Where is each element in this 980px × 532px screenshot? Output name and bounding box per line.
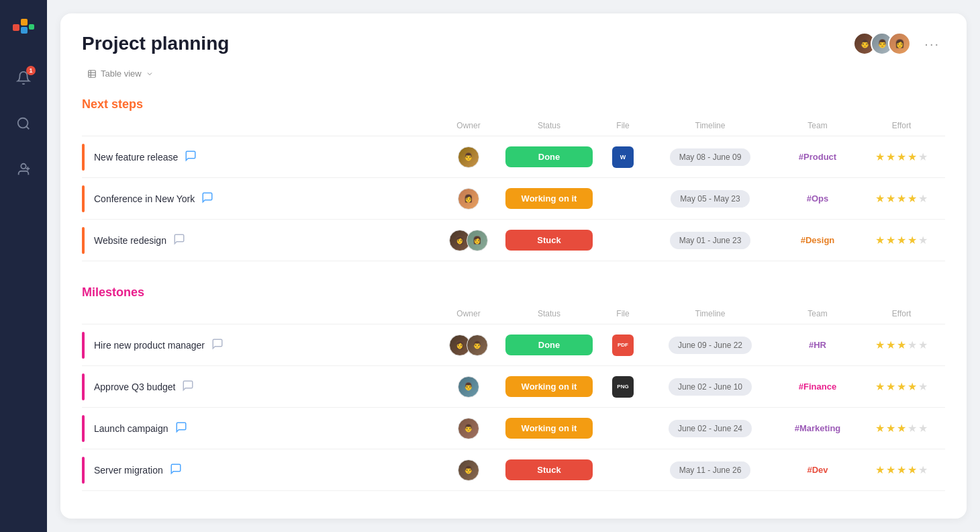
owner-cell: 👨: [442, 376, 495, 398]
team-cell: #Finance: [777, 382, 858, 392]
star: ★: [897, 422, 906, 435]
table-row: Server migration 👨 Stuck May 11 - June 2…: [82, 449, 945, 491]
effort-cell: ★★★★★: [858, 339, 945, 351]
star: ★: [908, 234, 917, 247]
star: ★: [875, 234, 885, 247]
svg-rect-1: [21, 19, 28, 26]
comment-icon[interactable]: [173, 233, 185, 248]
star: ★: [886, 150, 895, 163]
task-name-cell: Launch campaign: [82, 415, 442, 442]
owner-cell: 👨: [442, 459, 495, 481]
comment-icon[interactable]: [185, 150, 197, 165]
star: ★: [908, 463, 917, 476]
task-name: Launch campaign: [94, 423, 168, 434]
owner-cell: 👩: [442, 188, 495, 210]
task-border: [82, 144, 85, 171]
star-empty: ★: [918, 380, 928, 393]
comment-icon[interactable]: [211, 338, 224, 353]
page-title: Project planning: [82, 33, 229, 54]
timeline-cell: June 02 - June 10: [643, 378, 777, 396]
table-row: Launch campaign 👨 Working on it June 02 …: [82, 408, 945, 449]
comment-icon[interactable]: [201, 191, 213, 206]
star: ★: [897, 192, 906, 205]
sidebar-item-users[interactable]: [10, 156, 37, 183]
table-row: Approve Q3 budget 👨 Working on it PNG Ju…: [82, 366, 945, 408]
star-empty: ★: [918, 422, 928, 435]
task-border: [82, 415, 85, 442]
timeline-cell: May 11 - June 26: [643, 461, 777, 479]
task-border: [82, 457, 85, 484]
svg-line-5: [26, 126, 29, 129]
file-icon[interactable]: PNG: [612, 376, 634, 398]
section-title-milestones: Milestones: [82, 285, 945, 300]
table-view-icon: [87, 69, 97, 79]
owner-avatar: 👨: [458, 376, 479, 398]
task-name: Server migration: [94, 465, 163, 476]
star: ★: [875, 380, 885, 393]
table-header-next-steps: Owner Status File Timeline Team Effort: [82, 121, 945, 136]
timeline-badge: May 11 - June 26: [670, 461, 751, 479]
owner-avatar: 👨: [458, 146, 479, 168]
avatar: 👩: [888, 32, 911, 55]
col-owner: Owner: [442, 121, 495, 130]
sidebar: 1: [0, 0, 47, 532]
file-label: W: [620, 154, 626, 161]
notification-badge: 1: [26, 66, 36, 75]
view-toggle[interactable]: Table view: [82, 66, 945, 81]
star-empty: ★: [918, 192, 928, 205]
team-label: #HR: [809, 340, 826, 350]
star: ★: [908, 192, 917, 205]
timeline-cell: May 05 - May 23: [643, 190, 777, 208]
svg-rect-2: [29, 24, 34, 30]
status-cell: Working on it: [495, 418, 603, 439]
col-name: [82, 309, 442, 318]
star: ★: [875, 463, 885, 476]
star: ★: [875, 192, 885, 205]
owner-avatar: 👨: [467, 335, 488, 356]
comment-icon[interactable]: [175, 421, 187, 436]
sidebar-item-notifications[interactable]: 1: [10, 64, 37, 91]
team-label: #Design: [801, 235, 835, 245]
task-name: Conference in New York: [94, 193, 195, 204]
header-right: 👨 👨 👩 ···: [853, 32, 945, 55]
star: ★: [875, 150, 885, 163]
file-cell: PDF: [603, 335, 643, 356]
file-icon[interactable]: PDF: [612, 335, 634, 356]
star: ★: [897, 463, 906, 476]
more-options-button[interactable]: ···: [919, 34, 945, 54]
table-row: New feature release 👨 Done W May 08 - Ju…: [82, 136, 945, 178]
task-name-cell: Website redesign: [82, 227, 442, 254]
comment-icon[interactable]: [182, 380, 194, 394]
star: ★: [875, 339, 885, 351]
page-header: Project planning 👨 👨 👩 ···: [82, 32, 945, 55]
star: ★: [875, 422, 885, 435]
sidebar-item-search[interactable]: [10, 110, 37, 137]
status-badge: Working on it: [505, 376, 593, 397]
col-file: File: [603, 121, 643, 130]
file-icon[interactable]: W: [612, 146, 634, 168]
status-cell: Working on it: [495, 188, 603, 209]
comment-icon[interactable]: [170, 463, 182, 478]
svg-rect-3: [21, 27, 28, 34]
effort-cell: ★★★★★: [858, 422, 945, 435]
timeline-badge: June 02 - June 10: [669, 378, 752, 396]
star-empty: ★: [918, 339, 928, 351]
star: ★: [886, 380, 895, 393]
svg-rect-9: [89, 70, 96, 77]
task-border: [82, 373, 85, 400]
team-label: #Finance: [799, 382, 836, 392]
status-badge: Done: [505, 146, 593, 167]
star: ★: [886, 422, 895, 435]
sidebar-navigation: 1: [10, 64, 37, 183]
timeline-cell: May 01 - June 23: [643, 232, 777, 249]
status-badge: Stuck: [505, 459, 593, 480]
star: ★: [908, 150, 917, 163]
task-name-cell: Conference in New York: [82, 185, 442, 212]
timeline-badge: June 09 - June 22: [669, 337, 752, 354]
status-badge: Working on it: [505, 418, 593, 439]
star: ★: [886, 192, 895, 205]
logo[interactable]: [10, 12, 37, 39]
owner-avatar: 👨: [458, 418, 479, 439]
owner-cell: 👨: [442, 418, 495, 439]
table-header-milestones: Owner Status File Timeline Team Effort: [82, 309, 945, 324]
